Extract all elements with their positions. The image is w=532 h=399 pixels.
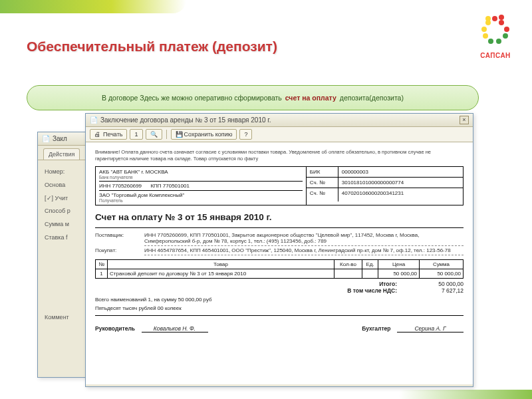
cell-price: 50 000,00 <box>378 269 420 278</box>
magnifier-minus-icon: 🔍 <box>150 131 158 138</box>
cell-unit <box>362 269 378 278</box>
invoice-table: № Товар Кол-во Ед. Цена Сумма 1 Страхово… <box>95 259 464 279</box>
top-accent <box>0 0 186 13</box>
payer-label: Получатель <box>99 198 303 203</box>
totals-block: Итого: 50 000,00 В том числе НДС: 7 627,… <box>95 281 464 294</box>
cell-n: 1 <box>96 269 108 278</box>
supplier-label: Поставщик: <box>95 232 140 246</box>
kpp-value: 770501001 <box>163 183 190 189</box>
sum-words: Пятьдесят тысяч рублей 00 копеек <box>95 305 464 311</box>
col-price: Цена <box>378 259 420 269</box>
vat-label: В том числе НДС: <box>311 287 397 294</box>
save-icon: 💾 <box>176 131 182 138</box>
printer-icon: 🖨 <box>94 131 101 138</box>
accountant-name: Серина А. Г <box>397 325 464 332</box>
signatures: Руководитель Ковальков Н. Ф. Бухгалтер С… <box>95 325 464 332</box>
director-label: Руководитель <box>95 325 135 332</box>
acc2-label: Сч. № <box>307 188 338 201</box>
accountant-label: Бухгалтер <box>362 325 390 332</box>
cell-qty <box>334 269 362 278</box>
buyer-value: ИНН 4654787654, КПП 465401001, ООО "Прес… <box>144 247 464 255</box>
col-sum: Сумма <box>420 259 464 269</box>
acc1-value: 301018101000000000774 <box>338 178 463 188</box>
bank-details: АКБ "АВТ БАНК" г. МОСКВА Банк получателя… <box>95 166 464 205</box>
vat-value: 7 627,12 <box>410 287 464 294</box>
help-icon: ? <box>244 131 247 138</box>
save-copy-button[interactable]: 💾 Сохранить копию <box>171 129 237 140</box>
col-unit: Ед. <box>362 259 378 269</box>
page-title: Обеспечительный платеж (депозит) <box>27 39 277 55</box>
doc-icon: 📄 <box>90 116 98 124</box>
cell-item: Страховой депозит по договору № 3 от 15 … <box>108 269 334 278</box>
table-row: 1 Страховой депозит по договору № 3 от 1… <box>96 269 464 278</box>
bik-value: 000000003 <box>338 167 463 177</box>
back-window-title: Закл <box>53 135 67 142</box>
inn-value: 7705260699 <box>112 183 142 189</box>
acc1-label: Сч. № <box>307 178 338 188</box>
total-value: 50 000,00 <box>410 281 464 287</box>
invoice-note: Внимание! Оплата данного счета означает … <box>95 149 464 162</box>
front-window-title: Заключение договора аренды № 3 от 15 янв… <box>100 116 271 124</box>
kpp-label: КПП <box>150 183 161 189</box>
total-label: Итого: <box>311 281 397 287</box>
bik-label: БИК <box>307 167 338 177</box>
print-button[interactable]: 🖨 Печать <box>90 129 127 140</box>
bottom-accent <box>399 390 532 399</box>
payer-name: ЗАО "Торговый дом Комплексный" <box>99 192 303 198</box>
table-header-row: № Товар Кол-во Ед. Цена Сумма <box>96 259 464 269</box>
invoice-document: Внимание! Оплата данного счета означает … <box>86 142 473 384</box>
supplier-value: ИНН 7705260699, КПП 770501001, Закрытое … <box>144 232 464 246</box>
close-icon[interactable]: × <box>460 116 469 124</box>
banner-text-prefix: В договоре <box>102 94 138 102</box>
buyer-label: Покупат: <box>95 247 140 255</box>
zoom-out-button[interactable]: 🔍 <box>146 129 162 140</box>
col-n: № <box>96 259 108 269</box>
banner-text-suffix: депозита(депозита) <box>340 94 404 102</box>
doc-icon: 📄 <box>42 135 50 142</box>
bank-name: АКБ "АВТ БАНК" г. МОСКВА <box>99 169 303 175</box>
copies-stepper[interactable]: 1 <box>130 129 142 140</box>
help-button[interactable]: ? <box>239 129 252 140</box>
inn-label: ИНН <box>99 183 110 189</box>
cell-sum: 50 000,00 <box>420 269 464 278</box>
toolbar: 🖨 Печать 1 🔍 💾 Сохранить копию ? <box>86 127 473 142</box>
sum-line: Всего наименований 1, на сумму 50 000,00… <box>95 297 464 303</box>
invoice-title: Счет на оплату № 3 от 15 января 2010 г. <box>95 212 464 222</box>
brand-name: САПСАН <box>477 52 513 59</box>
front-window-titlebar[interactable]: 📄 Заключение договора аренды № 3 от 15 я… <box>86 114 473 127</box>
brand-logo: САПСАН <box>477 13 513 59</box>
back-toolbar-btn[interactable]: Действия <box>43 148 80 160</box>
col-qty: Кол-во <box>334 259 362 269</box>
banner-text-mid: Здесь же можно оперативно сформировать <box>140 94 282 102</box>
invoice-window: 📄 Заключение договора аренды № 3 от 15 я… <box>85 113 473 387</box>
director-name: Ковальков Н. Ф. <box>142 325 208 332</box>
recipient-bank-label: Банк получателя <box>99 175 303 180</box>
info-banner: В договоре Здесь же можно оперативно сфо… <box>27 85 479 110</box>
banner-highlight: счет на оплату <box>284 94 338 102</box>
col-item: Товар <box>108 259 334 269</box>
acc2-value: 407020106000200341231 <box>338 188 463 201</box>
